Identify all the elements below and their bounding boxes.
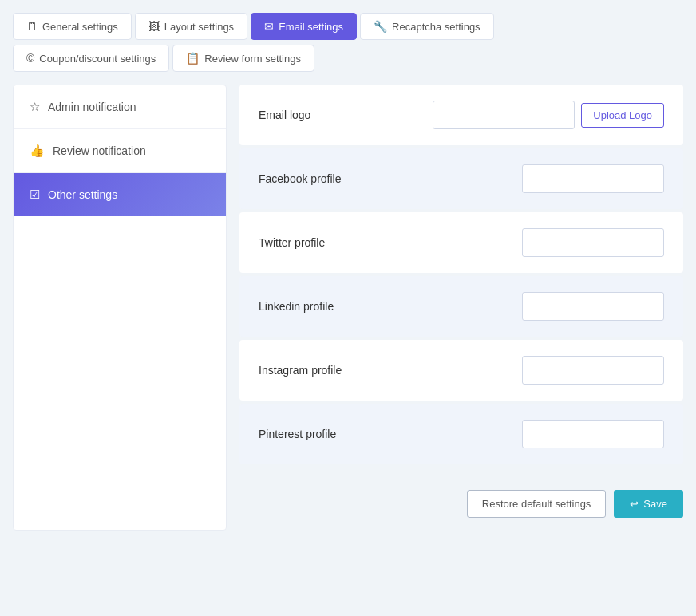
input-email-logo[interactable] <box>433 101 575 129</box>
label-email-logo: Email logo <box>259 109 310 121</box>
label-linkedin: Linkedin profile <box>259 300 334 313</box>
field-row-linkedin: Linkedin profile <box>239 276 683 337</box>
field-row-twitter: Twitter profile <box>239 212 683 273</box>
tabs-row-2: ©Coupon/discount settings📋Review form se… <box>13 45 683 72</box>
sidebar-label-other: Other settings <box>48 188 117 201</box>
input-pinterest[interactable] <box>522 420 664 448</box>
tab-layout[interactable]: 🖼Layout settings <box>135 13 247 40</box>
main-layout: ☆Admin notification👍Review notification☑… <box>13 85 683 531</box>
recaptcha-icon: 🔧 <box>374 20 387 33</box>
label-instagram: Instagram profile <box>259 364 342 377</box>
actions-row: Restore default settings ↩ Save <box>239 477 683 531</box>
page-wrapper: 🗒General settings🖼Layout settings✉Email … <box>0 0 696 543</box>
label-twitter: Twitter profile <box>259 236 325 249</box>
input-group-email-logo: Upload Logo <box>433 101 664 129</box>
sidebar-item-other[interactable]: ☑Other settings <box>14 173 226 216</box>
other-sidebar-icon: ☑ <box>30 188 40 202</box>
tabs-row-1: 🗒General settings🖼Layout settings✉Email … <box>13 13 683 40</box>
save-button[interactable]: ↩ Save <box>614 490 683 518</box>
admin-sidebar-icon: ☆ <box>30 100 40 114</box>
input-group-instagram <box>522 356 664 385</box>
tab-label-reviewform: Review form settings <box>204 53 301 65</box>
sidebar-item-admin[interactable]: ☆Admin notification <box>14 85 226 129</box>
general-icon: 🗒 <box>26 20 38 33</box>
input-group-twitter <box>522 228 664 257</box>
tab-reviewform[interactable]: 📋Review form settings <box>172 45 314 72</box>
fields-container: Email logo Upload LogoFacebook profile T… <box>239 85 683 464</box>
input-group-facebook <box>522 164 664 193</box>
field-row-facebook: Facebook profile <box>239 148 683 209</box>
content-area: Email logo Upload LogoFacebook profile T… <box>239 85 683 531</box>
restore-button[interactable]: Restore default settings <box>467 490 607 518</box>
upload-logo-button[interactable]: Upload Logo <box>581 103 664 128</box>
tab-label-coupon: Coupon/discount settings <box>39 53 156 65</box>
sidebar-label-admin: Admin notification <box>48 101 136 113</box>
tab-coupon[interactable]: ©Coupon/discount settings <box>13 45 169 72</box>
review-sidebar-icon: 👍 <box>30 144 45 158</box>
tab-label-email: Email settings <box>279 21 343 33</box>
input-instagram[interactable] <box>522 356 664 385</box>
input-group-linkedin <box>522 292 664 321</box>
field-row-instagram: Instagram profile <box>239 340 683 401</box>
input-twitter[interactable] <box>522 228 664 257</box>
sidebar: ☆Admin notification👍Review notification☑… <box>13 85 227 531</box>
tab-label-layout: Layout settings <box>164 21 234 33</box>
reviewform-icon: 📋 <box>186 52 200 65</box>
tab-email[interactable]: ✉Email settings <box>251 13 357 40</box>
tab-label-general: General settings <box>42 21 118 33</box>
save-icon: ↩ <box>630 498 639 510</box>
coupon-icon: © <box>26 52 34 65</box>
input-facebook[interactable] <box>522 164 664 193</box>
layout-icon: 🖼 <box>148 20 160 33</box>
input-group-pinterest <box>522 420 664 448</box>
field-row-pinterest: Pinterest profile <box>239 404 683 464</box>
label-pinterest: Pinterest profile <box>259 428 336 440</box>
save-label: Save <box>643 498 667 510</box>
tab-label-recaptcha: Recaptcha settings <box>392 21 480 33</box>
email-icon: ✉ <box>264 20 274 33</box>
sidebar-label-review: Review notification <box>53 144 146 157</box>
sidebar-item-review[interactable]: 👍Review notification <box>14 129 226 173</box>
tab-general[interactable]: 🗒General settings <box>13 13 132 40</box>
label-facebook: Facebook profile <box>259 172 342 185</box>
input-linkedin[interactable] <box>522 292 664 321</box>
field-row-email-logo: Email logo Upload Logo <box>239 85 683 145</box>
tab-recaptcha[interactable]: 🔧Recaptcha settings <box>360 13 494 40</box>
